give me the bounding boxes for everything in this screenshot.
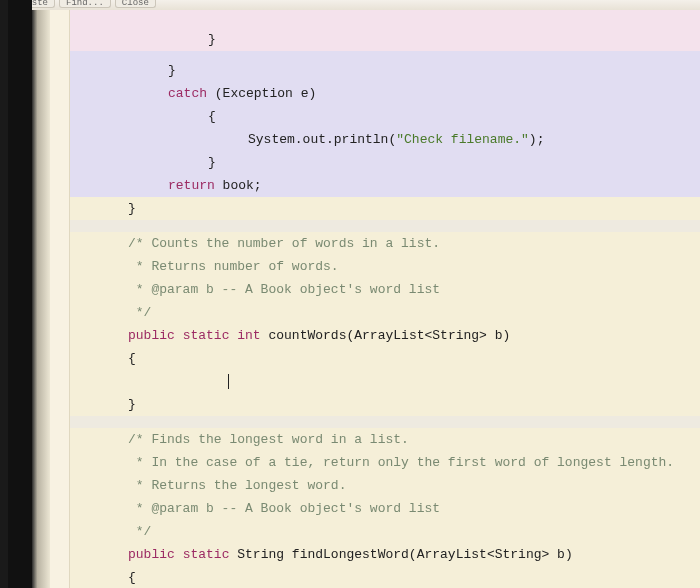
code-line: }	[70, 197, 700, 220]
toolbar: Paste Find... Close	[8, 0, 700, 10]
line-number-gutter	[50, 10, 70, 588]
code-line: catch (Exception e)	[70, 82, 700, 105]
code-line: }	[70, 59, 700, 82]
code-line: }	[70, 151, 700, 174]
block-gap	[70, 416, 700, 428]
code-line	[70, 51, 700, 59]
code-line: /* Finds the longest word in a list.	[70, 428, 700, 451]
monitor-bezel	[8, 0, 32, 588]
code-line: * @param b -- A Book object's word list	[70, 278, 700, 301]
code-line: public static int countWords(ArrayList<S…	[70, 324, 700, 347]
code-line: {	[70, 105, 700, 128]
code-line: */	[70, 301, 700, 324]
code-line	[70, 370, 700, 393]
code-editor[interactable]: } } catch (Exception e) { System.out.pri…	[70, 10, 700, 588]
code-line: {	[70, 566, 700, 588]
screen: Paste Find... Close } } catch (Exception…	[8, 0, 700, 588]
code-line: }	[70, 28, 700, 51]
find-button[interactable]: Find...	[59, 0, 111, 8]
code-line: return book;	[70, 174, 700, 197]
code-line: * Returns the longest word.	[70, 474, 700, 497]
block-gap	[70, 220, 700, 232]
code-line: }	[70, 393, 700, 416]
code-line: System.out.println("Check filename.");	[70, 128, 700, 151]
code-line: {	[70, 347, 700, 370]
text-cursor	[228, 374, 229, 389]
code-line: public static String findLongestWord(Arr…	[70, 543, 700, 566]
code-line: * @param b -- A Book object's word list	[70, 497, 700, 520]
code-line: * In the case of a tie, return only the …	[70, 451, 700, 474]
code-line: /* Counts the number of words in a list.	[70, 232, 700, 255]
code-line	[70, 10, 700, 28]
code-line: */	[70, 520, 700, 543]
editor-left-edge	[32, 10, 50, 588]
close-button[interactable]: Close	[115, 0, 156, 8]
code-line: * Returns number of words.	[70, 255, 700, 278]
